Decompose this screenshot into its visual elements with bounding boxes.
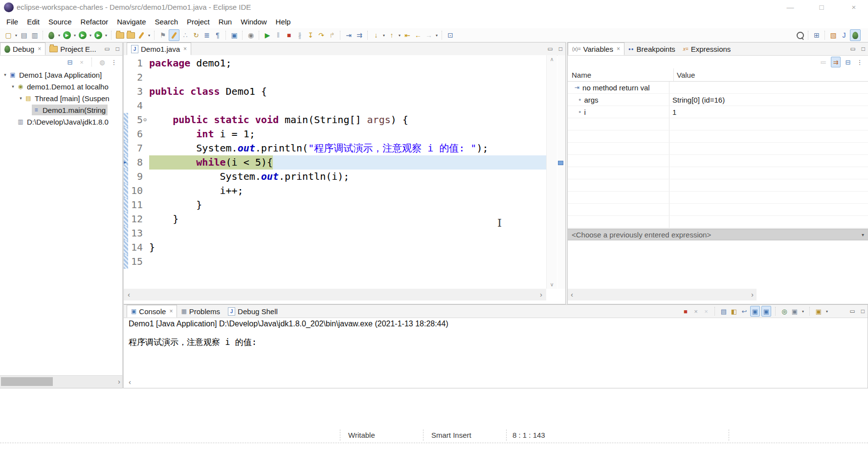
line-number[interactable]: 7 bbox=[128, 141, 143, 155]
open-console-button[interactable]: ▣ bbox=[814, 306, 823, 316]
scroll-left-icon[interactable]: ‹ bbox=[128, 289, 130, 300]
coverage-button[interactable]: ▶ bbox=[78, 30, 88, 41]
debug-button[interactable] bbox=[46, 30, 56, 41]
code-line-13[interactable]: 13 bbox=[124, 226, 546, 240]
display-console-button-dropdown[interactable]: ▾ bbox=[801, 309, 805, 314]
menu-source[interactable]: Source bbox=[44, 18, 76, 26]
next-annotation-button-dropdown[interactable]: ▾ bbox=[381, 33, 386, 38]
menu-navigate[interactable]: Navigate bbox=[112, 18, 150, 26]
table-row[interactable]: ●i1 bbox=[568, 106, 868, 118]
code-line-12[interactable]: 12 } bbox=[124, 212, 546, 226]
code-line-2[interactable]: 2 bbox=[124, 70, 546, 85]
code-line-4[interactable]: 4 bbox=[124, 99, 546, 113]
line-number[interactable]: 15 bbox=[128, 255, 143, 269]
maximize-view-icon[interactable]: □ bbox=[862, 45, 865, 52]
previous-annotation-button-dropdown[interactable]: ▾ bbox=[397, 33, 402, 38]
console-output[interactable]: 程序调试演示，注意观察 i 的值: bbox=[124, 332, 868, 348]
next-change-button[interactable]: ∴ bbox=[180, 30, 190, 41]
step-return-button[interactable]: ↱ bbox=[327, 30, 337, 41]
terminate-button[interactable]: ■ bbox=[681, 306, 690, 316]
tab-expressions[interactable]: x= Expressions bbox=[679, 43, 735, 55]
collapse-all-button[interactable]: ⊟ bbox=[844, 57, 852, 67]
maximize-view-icon[interactable]: □ bbox=[116, 45, 119, 52]
show-logical-structures-button[interactable]: ⇉ bbox=[831, 57, 841, 67]
menu-help[interactable]: Help bbox=[271, 18, 295, 26]
scroll-down-icon[interactable]: ∨ bbox=[547, 281, 557, 288]
table-row[interactable]: ●argsString[0] (id=16) bbox=[568, 94, 868, 106]
save-button[interactable]: ▤ bbox=[19, 30, 29, 41]
use-step-filters-button[interactable]: ⇉ bbox=[355, 30, 364, 41]
code-line-9[interactable]: 9 System.out.println(i); bbox=[124, 170, 546, 184]
code-line-5[interactable]: 5⊖ public static void main(String[] args… bbox=[124, 113, 546, 127]
line-number[interactable]: 4 bbox=[128, 99, 143, 113]
format-brush-button-dropdown[interactable]: ▾ bbox=[147, 33, 152, 38]
code-line-15[interactable]: 15 bbox=[124, 255, 546, 269]
table-row[interactable]: ⇥no method return val bbox=[568, 82, 868, 94]
mark-occurrences-button[interactable] bbox=[169, 29, 179, 41]
column-header-value[interactable]: Value bbox=[674, 68, 695, 81]
table-row-empty[interactable] bbox=[568, 179, 868, 192]
scroll-right-icon[interactable]: › bbox=[118, 376, 120, 387]
variables-hscrollbar[interactable]: ‹ › bbox=[568, 289, 757, 300]
table-row-empty[interactable] bbox=[568, 118, 868, 130]
code-line-3[interactable]: 3public class Demo1 { bbox=[124, 85, 546, 99]
debug-perspective-button[interactable] bbox=[850, 29, 861, 41]
window-close-button[interactable]: × bbox=[846, 1, 862, 13]
column-header-name[interactable]: Name bbox=[568, 68, 674, 81]
remove-launch-button[interactable]: × bbox=[691, 306, 700, 316]
line-number[interactable]: 11 bbox=[128, 198, 143, 212]
table-row-empty[interactable] bbox=[568, 155, 868, 167]
line-number[interactable]: 2 bbox=[128, 70, 143, 85]
terminate-button[interactable]: ■ bbox=[284, 30, 294, 41]
tab-console[interactable]: ▣ Console × bbox=[127, 305, 177, 318]
scroll-lock-button[interactable]: ◧ bbox=[730, 306, 738, 316]
step-over-button[interactable]: ↷ bbox=[316, 30, 326, 41]
last-edit-location-button[interactable]: ⇤ bbox=[402, 30, 412, 41]
editor-hscrollbar[interactable]: ‹ › bbox=[124, 289, 546, 300]
menu-run[interactable]: Run bbox=[214, 18, 237, 26]
line-number[interactable]: 8 bbox=[128, 155, 143, 170]
table-row-empty[interactable] bbox=[568, 130, 868, 143]
code-line-1[interactable]: 1package demo1; bbox=[124, 56, 546, 70]
view-menu-button[interactable]: ⋮ bbox=[855, 57, 864, 67]
java-browsing-perspective-button[interactable]: ▧ bbox=[828, 30, 838, 41]
open-perspective-button[interactable]: ⊞ bbox=[812, 30, 822, 41]
remove-terminated-button[interactable]: × bbox=[77, 57, 86, 67]
save-all-button[interactable]: ▥ bbox=[30, 30, 40, 41]
code-line-6[interactable]: 6 int i = 1; bbox=[124, 127, 546, 141]
close-icon[interactable]: × bbox=[183, 45, 187, 52]
menu-search[interactable]: Search bbox=[150, 18, 182, 26]
tab-project-explorer[interactable]: Project E... bbox=[45, 43, 100, 55]
line-number[interactable]: 9 bbox=[128, 170, 143, 184]
scroll-right-icon[interactable]: › bbox=[751, 289, 754, 300]
word-wrap-button[interactable]: ↩ bbox=[740, 306, 749, 316]
show-stdout-button[interactable]: ▣ bbox=[750, 306, 760, 317]
profile-button[interactable]: ▶ bbox=[93, 30, 103, 41]
debug-view-hscrollbar[interactable]: › bbox=[0, 375, 122, 388]
java-perspective-button[interactable]: J bbox=[839, 30, 849, 41]
menu-project[interactable]: Project bbox=[182, 18, 214, 26]
table-row-empty[interactable] bbox=[568, 216, 868, 228]
next-annotation-button[interactable]: ↓ bbox=[371, 30, 381, 41]
close-icon[interactable]: × bbox=[617, 45, 620, 52]
line-number[interactable]: 5 bbox=[128, 113, 143, 127]
code-editor-area[interactable]: 1package demo1;23public class Demo1 {45⊖… bbox=[124, 55, 546, 289]
tree-item[interactable]: ▾◉demo1.Demo1 at localho bbox=[0, 81, 122, 92]
pause-button[interactable]: ‖ bbox=[273, 30, 283, 41]
line-number[interactable]: 1 bbox=[128, 56, 143, 70]
coverage-button-dropdown[interactable]: ▾ bbox=[88, 33, 93, 38]
minimize-view-icon[interactable]: ▭ bbox=[547, 45, 553, 52]
previous-annotation-button[interactable]: ↑ bbox=[387, 30, 397, 41]
window-maximize-button[interactable]: □ bbox=[813, 1, 830, 13]
line-number[interactable]: 6 bbox=[128, 127, 143, 141]
code-line-11[interactable]: 11 } bbox=[124, 198, 546, 212]
annotation-ruler[interactable] bbox=[557, 55, 565, 289]
build-button[interactable]: ↻ bbox=[191, 30, 201, 41]
line-number[interactable]: 3 bbox=[128, 85, 143, 99]
open-resource-button[interactable] bbox=[126, 30, 135, 41]
new-wizard-button-dropdown[interactable]: ▾ bbox=[14, 33, 19, 38]
code-line-7[interactable]: 7 System.out.println("程序调试演示，注意观察 i 的值: … bbox=[124, 141, 546, 155]
show-type-names-button[interactable]: ≔ bbox=[819, 57, 828, 67]
tree-expander-icon[interactable]: ▾ bbox=[10, 84, 16, 89]
resume-button[interactable]: ▶ bbox=[263, 30, 272, 41]
